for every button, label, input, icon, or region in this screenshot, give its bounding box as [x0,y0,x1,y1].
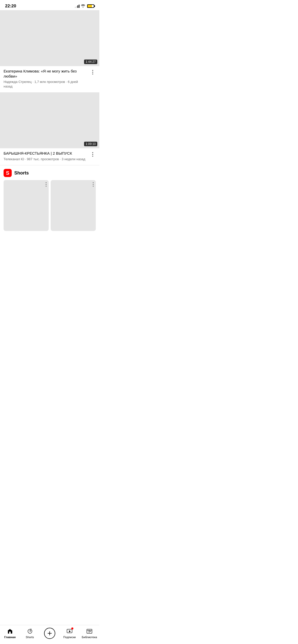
shorts-label: Shorts [14,170,29,176]
shorts-menu-1[interactable] [46,182,47,187]
dot [46,184,47,185]
dot [93,186,94,187]
dot [92,152,93,153]
video-title-2: БАРЫШНЯ-КРЕСТЬЯНКА | 2 ВЫПУСК [4,151,87,156]
video-info-1: Екатерина Климова: «Я не могу жить без л… [0,66,99,92]
shorts-section: S Shorts [0,165,99,233]
shorts-thumb-2[interactable] [51,180,96,231]
video-info-2: БАРЫШНЯ-КРЕСТЬЯНКА | 2 ВЫПУСК Телеканал … [0,148,99,165]
shorts-thumbnails [4,180,96,231]
dot [92,70,93,71]
dot [92,72,93,73]
status-bar: 22:20 ⚡ [0,0,99,10]
dot [93,184,94,185]
shorts-menu-2[interactable] [93,182,94,187]
video-text-1: Екатерина Климова: «Я не могу жить без л… [4,69,87,89]
shorts-thumb-1[interactable] [4,180,49,231]
dot [46,186,47,187]
scroll-area: 1:44:27 Екатерина Климова: «Я не могу жи… [0,10,99,256]
video-meta-1: Надежда Стрелец · 1,7 млн просмотров · 6… [4,80,87,89]
dot [92,74,93,75]
svg-text:S: S [6,170,9,176]
status-time: 22:20 [5,4,16,9]
video-thumbnail-1[interactable]: 1:44:27 [0,10,99,66]
video-duration-1: 1:44:27 [84,60,97,64]
video-meta-2: Телеканал Ю · 987 тыс. просмотров · 3 не… [4,157,87,162]
dot [92,154,93,155]
video-menu-button-1[interactable] [90,69,96,75]
video-card-2[interactable]: 1:09:10 БАРЫШНЯ-КРЕСТЬЯНКА | 2 ВЫПУСК Те… [0,92,99,165]
signal-icon [75,4,79,8]
wifi-icon [81,4,85,8]
status-icons: ⚡ [75,4,94,8]
video-title-1: Екатерина Климова: «Я не могу жить без л… [4,69,87,79]
video-thumbnail-2[interactable]: 1:09:10 [0,92,99,148]
dot [46,182,47,183]
video-menu-button-2[interactable] [90,151,96,157]
shorts-logo-icon: S [4,169,12,177]
dot [92,156,93,157]
battery-icon: ⚡ [87,4,94,8]
video-card-1[interactable]: 1:44:27 Екатерина Климова: «Я не могу жи… [0,10,99,92]
video-text-2: БАРЫШНЯ-КРЕСТЬЯНКА | 2 ВЫПУСК Телеканал … [4,151,87,162]
shorts-header: S Shorts [4,169,96,177]
video-duration-2: 1:09:10 [84,142,97,146]
dot [93,182,94,183]
